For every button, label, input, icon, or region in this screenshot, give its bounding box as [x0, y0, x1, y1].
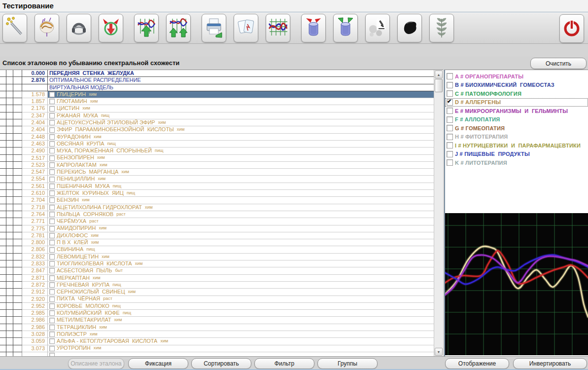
stone-button[interactable]	[397, 14, 422, 42]
table-row[interactable]: 3.028ПОЛИЭСТРхим	[0, 331, 434, 338]
row-checkbox[interactable]	[49, 134, 55, 140]
etalon-name-cell[interactable]: ПЕРЕКИСЬ МАРГАНЦАхим	[48, 169, 434, 176]
row-checkbox[interactable]	[49, 92, 55, 97]
etalon-name-cell[interactable]: ЖЕЛТОК КУРИНЫХ ЯИЦпищ	[48, 190, 434, 197]
table-row[interactable]: 2.800П В Х КЛЕЙхим	[0, 239, 434, 246]
row-checkbox[interactable]	[49, 296, 55, 302]
group-checkbox[interactable]	[447, 142, 453, 148]
table-row[interactable]: 2.871МЕРКАПТАНхим	[0, 275, 434, 282]
etalon-name-cell[interactable]: МЕРКАПТАНхим	[48, 275, 434, 282]
etalon-name-cell[interactable]: АЦЕТИЛХОЛИНА ГИДРОХЛОРАТхим	[48, 204, 434, 211]
table-row[interactable]: 2.847АСБЕСТОВАЯ ПЫЛЬбыт	[0, 267, 434, 274]
row-checkbox[interactable]	[49, 205, 55, 210]
etalon-name-cell[interactable]: ЧЕРЁМУХАраст	[48, 218, 434, 225]
row-checkbox[interactable]	[49, 346, 55, 351]
row-checkbox[interactable]	[49, 240, 55, 245]
table-row[interactable]: 2.986МЕТИЛМЕТАКРИЛАТхим	[0, 317, 434, 324]
row-checkbox[interactable]	[49, 310, 55, 316]
group-item-h[interactable]: H # ФИТОТЕРАПИЯ	[445, 133, 588, 142]
table-row-partial[interactable]	[0, 352, 434, 356]
row-checkbox[interactable]	[49, 233, 55, 238]
table-row[interactable]: 2.404АЦЕТОУКСУСНЫЙ ЭТИЛОВЫЙ ЭФИРхим	[0, 119, 434, 126]
etalon-name-cell[interactable]: ПЫЛЬЦА СОРНЯКОВраст	[48, 211, 434, 218]
table-row[interactable]: 2.704БЕНЗИНхим	[0, 197, 434, 204]
table-row[interactable]: 1.578ГЛИЦЕРИНхим	[0, 91, 434, 98]
etalon-name-cell[interactable]: СВИНИНАпищ	[48, 246, 434, 253]
etalon-name-cell[interactable]: УРОТРОПИНхим	[48, 345, 434, 352]
group-item-g[interactable]: G # ГОМЕОПАТИЯ	[445, 124, 588, 133]
fixation-button[interactable]: Фиксация	[128, 358, 188, 369]
spectrum-two-arrows-button[interactable]	[166, 14, 191, 42]
vegeto-test-button[interactable]	[99, 14, 123, 42]
table-row[interactable]: 2.404ЭФИР ПАРААМИНОБЕНЗОЙНОЙ КИСЛОТЫхим	[0, 126, 434, 133]
table-row[interactable]: 2.448ФУРАДОНИНхим	[0, 134, 434, 141]
group-item-i[interactable]: I # НУТРИЦЕВТИКИ И ПАРАФАРМАЦЕВТИКИ	[445, 141, 588, 150]
row-checkbox[interactable]	[49, 197, 55, 203]
group-item-f[interactable]: F # АЛЛОПАТИЯ	[445, 115, 588, 124]
table-row[interactable]: 2.986ТЕТРАЦИКЛИНхим	[0, 324, 434, 331]
group-item-b[interactable]: B # БИОХИМИЧЕСКИЙ ГОМЕОСТАЗ	[445, 81, 588, 90]
table-row[interactable]: 2.952КОРОВЬЕ МОЛОКОпищ	[0, 303, 434, 310]
row-checkbox[interactable]	[49, 148, 55, 153]
headset-sensor-button[interactable]	[67, 14, 91, 42]
etalon-name-cell[interactable]: МЕТИЛМЕТАКРИЛАТхим	[48, 317, 434, 324]
row-checkbox[interactable]	[49, 353, 55, 356]
group-item-d[interactable]: ✔D # АЛЛЕРГЕНЫ	[445, 98, 588, 107]
table-row[interactable]: 3.059АЛЬФА - КЕТОГЛУТАРОВАЯ КИСЛОТАхим	[0, 338, 434, 345]
container-green-arrows-button[interactable]	[333, 14, 358, 42]
table-row[interactable]: 2.764ПЫЛЬЦА СОРНЯКОВраст	[0, 211, 434, 218]
spectrum-grid-button[interactable]	[266, 14, 290, 42]
etalon-name-cell[interactable]: ГЛИЦЕРИНхим	[48, 91, 434, 98]
table-row[interactable]: 2.872ГРЕЧНЕВАЯ КРУПАпищ	[0, 282, 434, 289]
display-button[interactable]: Отображение	[445, 358, 509, 369]
etalon-name-cell[interactable]: АЛЬФА - КЕТОГЛУТАРОВАЯ КИСЛОТАхим	[48, 338, 434, 345]
etalon-name-cell[interactable]: ФУРАДОНИНхим	[48, 134, 434, 141]
table-row[interactable]: 2.347РЖАНАЯ МУКАпищ	[0, 112, 434, 119]
vertical-scrollbar[interactable]: ▲ ▼	[434, 70, 443, 356]
row-checkbox[interactable]	[49, 268, 55, 273]
group-item-e[interactable]: E # МИКРООРГАНИЗМЫ И ГЕЛЬМИНТЫ	[445, 107, 588, 115]
sort-button[interactable]: Сортировать	[191, 358, 251, 369]
brain-button[interactable]	[35, 14, 59, 42]
group-checkbox[interactable]	[447, 82, 453, 88]
row-checkbox[interactable]	[49, 169, 55, 175]
filter-button[interactable]: Фильтр	[254, 358, 314, 369]
row-checkbox[interactable]	[49, 162, 55, 168]
etalon-name-cell[interactable]: ПИХТА ЧЁРНАЯраст	[48, 296, 434, 303]
row-checkbox[interactable]	[49, 99, 55, 104]
row-checkbox[interactable]	[49, 226, 55, 231]
etalon-name-cell[interactable]: АСБЕСТОВАЯ ПЫЛЬбыт	[48, 267, 434, 274]
etalon-name-cell[interactable]: БЕНЗОПИРЕНхим	[48, 155, 434, 162]
row-checkbox[interactable]	[49, 338, 55, 344]
group-checkbox[interactable]	[447, 108, 453, 114]
row-checkbox[interactable]	[49, 219, 55, 224]
row-checkbox[interactable]	[49, 141, 55, 147]
scrollbar-thumb[interactable]	[435, 79, 443, 92]
group-item-a[interactable]: A # ОРГАНОПРЕПАРАТЫ	[445, 72, 588, 81]
etalon-name-cell[interactable]: П В Х КЛЕЙхим	[48, 239, 434, 246]
table-row[interactable]: 2.771ЧЕРЁМУХАраст	[0, 218, 434, 225]
table-row[interactable]: 2.985КОЛУМБИЙСКИЙ КОФЕпищ	[0, 310, 434, 317]
invert-button[interactable]: Инвертировать	[513, 358, 587, 369]
group-checkbox[interactable]	[447, 125, 453, 131]
group-checkbox[interactable]	[447, 134, 453, 140]
row-checkbox[interactable]	[49, 332, 55, 337]
table-row[interactable]: 2.718АЦЕТИЛХОЛИНА ГИДРОХЛОРАТхим	[0, 204, 434, 211]
etalon-name-cell[interactable]	[48, 352, 434, 356]
group-checkbox[interactable]	[447, 151, 453, 157]
row-checkbox[interactable]	[49, 177, 55, 182]
etalon-name-cell[interactable]: ПШЕНИЧНАЯ МУКАпищ	[48, 183, 434, 190]
clear-button[interactable]: Очистить	[530, 58, 587, 69]
table-row[interactable]: 2.523КАПРОЛАКТАМхим	[0, 162, 434, 169]
table-row[interactable]: 2.547ПЕРЕКИСЬ МАРГАНЦАхим	[0, 169, 434, 176]
group-checkbox[interactable]: ✔	[447, 99, 453, 106]
table-row[interactable]: 2.920ПИХТА ЧЁРНАЯраст	[0, 296, 434, 303]
group-checkbox[interactable]	[447, 159, 453, 166]
table-row[interactable]: 2.176ЦИСТИНхим	[0, 105, 434, 112]
wand-button[interactable]	[2, 14, 27, 42]
table-row[interactable]: 2.463ОВСЯНАЯ КРУПАпищ	[0, 141, 434, 148]
row-checkbox[interactable]	[49, 190, 55, 196]
printer-button[interactable]	[202, 14, 226, 42]
etalon-name-cell[interactable]: ЭФИР ПАРААМИНОБЕНЗОЙНОЙ КИСЛОТЫхим	[48, 126, 434, 133]
group-checkbox[interactable]	[447, 90, 453, 97]
